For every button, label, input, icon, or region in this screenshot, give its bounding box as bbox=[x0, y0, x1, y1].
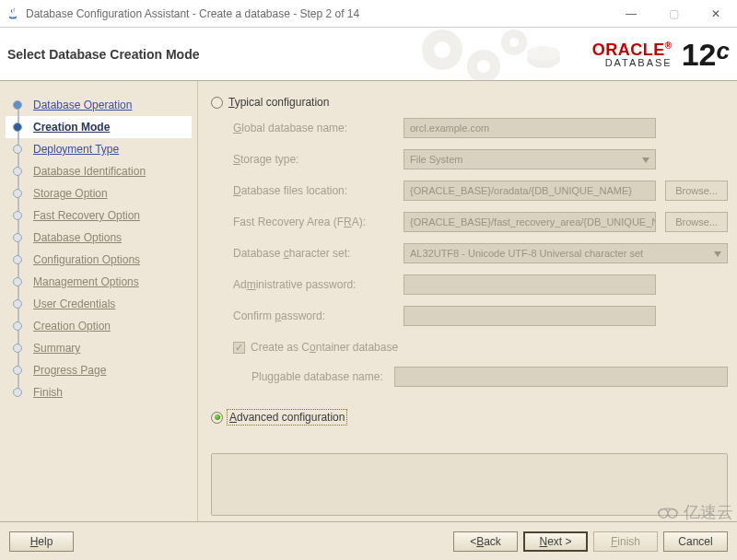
select-storage-type: File System bbox=[404, 149, 656, 169]
page-title: Select Database Creation Mode bbox=[7, 47, 200, 62]
step-label: Storage Option bbox=[33, 187, 108, 200]
step-label: Database Options bbox=[33, 231, 122, 244]
sidebar-step-user-credentials: User Credentials bbox=[6, 293, 192, 315]
sidebar-step-deployment-type[interactable]: Deployment Type bbox=[6, 138, 192, 160]
radio-icon bbox=[211, 97, 223, 109]
label-confirm-password: Confirm password: bbox=[233, 309, 394, 322]
label-pdb-name: Pluggable database name: bbox=[252, 370, 394, 383]
step-label: Management Options bbox=[33, 275, 139, 288]
input-confirm-password bbox=[404, 306, 656, 326]
step-bullet-icon bbox=[13, 388, 22, 397]
sidebar-step-progress-page: Progress Page bbox=[6, 359, 192, 381]
back-button[interactable]: < Back bbox=[453, 531, 518, 552]
step-bullet-icon bbox=[13, 344, 22, 353]
sidebar-step-fast-recovery-option: Fast Recovery Option bbox=[6, 204, 192, 227]
banner: Select Database Creation Mode ORACLE® DA… bbox=[0, 28, 737, 81]
step-label: User Credentials bbox=[33, 298, 115, 310]
minimize-button[interactable]: — bbox=[610, 0, 652, 28]
sidebar-step-database-operation[interactable]: Database Operation bbox=[6, 94, 192, 116]
step-bullet-icon bbox=[13, 189, 22, 198]
label-charset: Database character set: bbox=[233, 247, 394, 260]
step-label: Progress Page bbox=[33, 364, 106, 377]
next-button[interactable]: Next > bbox=[523, 531, 588, 552]
form-panel: Typical configuration Global database na… bbox=[198, 81, 737, 521]
svg-point-3 bbox=[477, 60, 490, 73]
sidebar-step-creation-mode[interactable]: Creation Mode bbox=[6, 116, 192, 138]
finish-button: Finish bbox=[593, 531, 658, 552]
input-fra: {ORACLE_BASE}/fast_recovery_area/{DB_UNI… bbox=[404, 212, 656, 232]
input-files-location: {ORACLE_BASE}/oradata/{DB_UNIQUE_NAME} bbox=[404, 181, 656, 201]
step-bullet-icon bbox=[13, 167, 22, 176]
label-storage-type: Storage type: bbox=[233, 153, 394, 166]
sidebar-step-storage-option: Storage Option bbox=[6, 182, 192, 204]
label-files-location: Database files location: bbox=[233, 184, 394, 197]
svg-point-5 bbox=[509, 38, 519, 47]
sidebar: Database OperationCreation ModeDeploymen… bbox=[0, 81, 198, 521]
label-fra: Fast Recovery Area (FRA): bbox=[233, 216, 394, 228]
step-bullet-icon bbox=[13, 145, 22, 154]
pdb-name-row: Pluggable database name: bbox=[252, 367, 728, 387]
sidebar-step-creation-option: Creation Option bbox=[6, 315, 192, 337]
step-bullet-icon bbox=[13, 366, 22, 375]
step-label: Database Operation bbox=[33, 99, 132, 111]
cancel-button[interactable]: Cancel bbox=[663, 531, 728, 552]
message-area bbox=[211, 453, 728, 516]
window-controls: — ▢ ✕ bbox=[610, 0, 737, 28]
label-admin-password: Administrative password: bbox=[233, 278, 394, 291]
step-label: Deployment Type bbox=[33, 143, 119, 156]
maximize-button: ▢ bbox=[652, 0, 695, 28]
sidebar-step-database-options: Database Options bbox=[6, 227, 192, 249]
step-list: Database OperationCreation ModeDeploymen… bbox=[6, 94, 192, 403]
sidebar-step-management-options: Management Options bbox=[6, 271, 192, 293]
radio-advanced-label: Advanced configuration bbox=[228, 411, 345, 424]
step-label: Fast Recovery Option bbox=[33, 209, 140, 222]
browse-files-location-button: Browse... bbox=[665, 181, 728, 201]
step-label: Summary bbox=[33, 342, 80, 355]
step-label: Configuration Options bbox=[33, 253, 140, 266]
select-charset: AL32UTF8 - Unicode UTF-8 Universal chara… bbox=[404, 243, 728, 263]
step-label: Creation Option bbox=[33, 320, 111, 332]
input-pdb-name bbox=[394, 367, 728, 387]
checkbox-container-db-label: Create as Container database bbox=[251, 341, 398, 354]
sidebar-step-database-identification: Database Identification bbox=[6, 160, 192, 182]
window-title: Database Configuration Assistant - Creat… bbox=[26, 7, 610, 20]
radio-icon bbox=[211, 412, 223, 424]
sidebar-step-finish: Finish bbox=[6, 381, 192, 403]
step-label: Creation Mode bbox=[33, 121, 110, 134]
checkbox-container-db-row: ✓ Create as Container database bbox=[233, 341, 728, 354]
footer: Help < Back Next > Finish Cancel bbox=[0, 521, 737, 560]
typical-config-form: Global database name: orcl.example.com S… bbox=[233, 118, 728, 326]
sidebar-step-summary: Summary bbox=[6, 337, 192, 359]
input-admin-password bbox=[404, 274, 656, 295]
radio-typical-config[interactable]: Typical configuration bbox=[211, 92, 728, 112]
step-bullet-icon bbox=[13, 321, 22, 331]
step-bullet-icon bbox=[13, 299, 22, 309]
step-bullet-icon bbox=[13, 277, 22, 286]
java-icon bbox=[6, 6, 20, 21]
svg-point-1 bbox=[434, 41, 450, 58]
label-global-db: Global database name: bbox=[233, 122, 394, 134]
step-bullet-icon bbox=[13, 233, 22, 242]
step-bullet-icon bbox=[13, 100, 22, 110]
title-bar: Database Configuration Assistant - Creat… bbox=[0, 0, 737, 28]
radio-typical-label: Typical configuration bbox=[228, 96, 329, 109]
radio-advanced-config[interactable]: Advanced configuration bbox=[211, 407, 728, 427]
step-bullet-icon bbox=[13, 211, 22, 220]
input-global-db: orcl.example.com bbox=[404, 118, 656, 138]
step-label: Database Identification bbox=[33, 165, 146, 178]
help-button[interactable]: Help bbox=[9, 531, 74, 552]
browse-fra-button: Browse... bbox=[665, 212, 728, 232]
close-button[interactable]: ✕ bbox=[695, 0, 737, 28]
content-area: Database OperationCreation ModeDeploymen… bbox=[0, 81, 737, 521]
step-bullet-icon bbox=[13, 122, 22, 132]
step-bullet-icon bbox=[13, 255, 22, 264]
checkbox-container-db: ✓ bbox=[233, 342, 245, 354]
oracle-logo: ORACLE® DATABASE 12c bbox=[544, 28, 737, 81]
sidebar-step-configuration-options: Configuration Options bbox=[6, 249, 192, 271]
step-label: Finish bbox=[33, 386, 63, 399]
